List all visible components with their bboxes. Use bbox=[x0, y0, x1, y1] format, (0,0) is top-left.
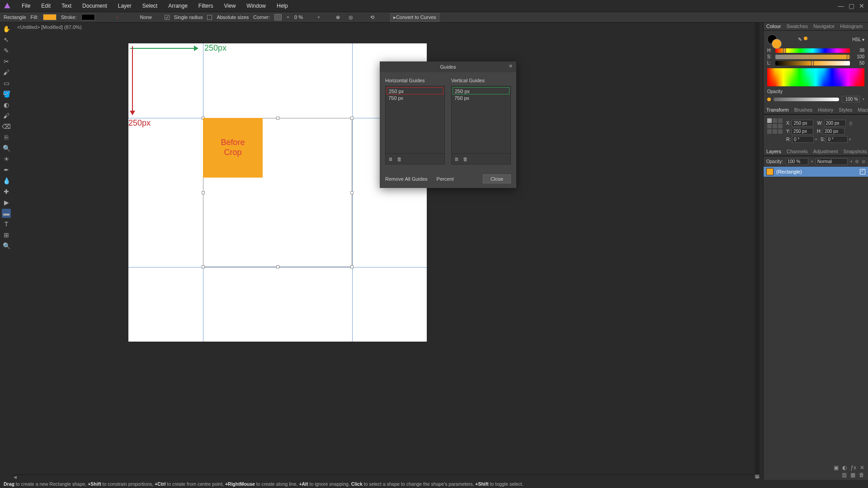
layer-settings-icon[interactable]: ⚙ bbox=[855, 159, 859, 164]
zoom-tool-icon[interactable]: 🔍 bbox=[2, 144, 11, 153]
panel-icon[interactable]: 🗑 bbox=[859, 472, 864, 478]
luminosity-value[interactable]: 50 bbox=[853, 61, 864, 66]
fill-colour-well[interactable] bbox=[772, 39, 782, 49]
tab-layers[interactable]: Layers bbox=[764, 148, 784, 155]
clone-tool-icon[interactable]: ⎘ bbox=[2, 133, 11, 142]
saturation-slider[interactable] bbox=[775, 55, 850, 59]
menu-view[interactable]: View bbox=[219, 1, 241, 11]
menu-window[interactable]: Window bbox=[241, 1, 271, 11]
canvas-vertical-scrollbar[interactable] bbox=[755, 23, 760, 474]
delete-guide-icon[interactable]: 🗑 bbox=[463, 156, 468, 162]
panel-icon[interactable]: ✕ bbox=[860, 465, 864, 471]
tab-styles[interactable]: Styles bbox=[836, 106, 855, 114]
s-input[interactable]: 0 ° bbox=[826, 136, 848, 143]
crop-tool-icon[interactable]: ✂ bbox=[2, 57, 11, 66]
recent-colour-icon[interactable] bbox=[804, 37, 807, 40]
align-icon-1[interactable]: ⊕ bbox=[334, 13, 342, 21]
layer-name[interactable]: (Rectangle) bbox=[776, 169, 802, 174]
absolute-sizes-checkbox[interactable] bbox=[207, 15, 212, 20]
menu-edit[interactable]: Edit bbox=[36, 1, 56, 11]
anchor-point-grid[interactable] bbox=[767, 118, 783, 134]
add-guide-icon[interactable]: 🗎 bbox=[388, 156, 393, 162]
move-tool-icon[interactable]: ↖ bbox=[2, 35, 11, 44]
tab-navigator[interactable]: Navigator bbox=[811, 23, 837, 30]
colour-picker-tool-icon[interactable]: ✎ bbox=[2, 46, 11, 55]
window-maximize-icon[interactable]: ▢ bbox=[849, 2, 854, 9]
layer-item[interactable]: (Rectangle) bbox=[764, 167, 868, 177]
single-radius-checkbox[interactable] bbox=[165, 15, 170, 20]
selection-handle[interactable] bbox=[202, 191, 205, 194]
saturation-value[interactable]: 100 bbox=[853, 54, 864, 59]
tab-snapshots[interactable]: Snapshots bbox=[841, 148, 868, 155]
remove-all-guides-button[interactable]: Remove All Guides bbox=[385, 176, 428, 182]
guide-list-item[interactable]: 250 px bbox=[387, 87, 443, 94]
r-input[interactable]: 0 ° bbox=[792, 136, 814, 143]
selection-handle[interactable] bbox=[350, 117, 354, 120]
selection-handle[interactable] bbox=[202, 265, 205, 268]
blur-tool-icon[interactable]: 💧 bbox=[2, 176, 11, 185]
opacity-value[interactable]: 100 % bbox=[842, 96, 860, 103]
align-icon-2[interactable]: ◎ bbox=[347, 13, 355, 21]
selection-brush-tool-icon[interactable]: 🖌 bbox=[2, 68, 11, 77]
flood-fill-tool-icon[interactable]: 🪣 bbox=[2, 89, 11, 99]
selection-handle[interactable] bbox=[276, 117, 279, 120]
panel-icon[interactable]: ƒx bbox=[850, 465, 856, 471]
vector-tool-icon[interactable]: ▶ bbox=[2, 198, 11, 207]
stroke-swatch[interactable] bbox=[81, 14, 95, 20]
selection-handle[interactable] bbox=[276, 265, 279, 268]
dodge-tool-icon[interactable]: ☀ bbox=[2, 155, 11, 164]
pen-tool-icon[interactable]: ✒ bbox=[2, 165, 11, 174]
hand-tool-icon[interactable]: ✋ bbox=[2, 24, 11, 33]
hue-slider[interactable] bbox=[775, 48, 850, 53]
transform-icon[interactable]: ⟲ bbox=[368, 13, 377, 21]
tab-history[interactable]: History bbox=[815, 106, 836, 114]
delete-guide-icon[interactable]: 🗑 bbox=[397, 156, 402, 162]
tab-histogram[interactable]: Histogram bbox=[837, 23, 865, 30]
guide-list-item[interactable]: 250 px bbox=[453, 87, 509, 94]
x-input[interactable]: 250 px bbox=[792, 120, 813, 127]
layer-opacity-input[interactable]: 100 % bbox=[786, 158, 808, 165]
menu-text[interactable]: Text bbox=[56, 1, 77, 11]
add-guide-icon[interactable]: 🗎 bbox=[454, 156, 459, 162]
rectangle-tool-icon[interactable]: ▬ bbox=[2, 209, 11, 218]
tab-swatches[interactable]: Swatches bbox=[783, 23, 811, 30]
canvas-horizontal-scrollbar[interactable]: ◀ ▶ bbox=[13, 474, 760, 480]
scroll-left-icon[interactable]: ◀ bbox=[14, 475, 17, 479]
dialog-titlebar[interactable]: Guides ✕ bbox=[380, 61, 516, 72]
opacity-slider[interactable] bbox=[774, 98, 839, 101]
blend-mode-dropdown[interactable]: Normal bbox=[816, 158, 848, 165]
panel-icon[interactable]: ▣ bbox=[834, 465, 839, 471]
erase-tool-icon[interactable]: ⌫ bbox=[2, 122, 11, 131]
lock-aspect-icon[interactable]: ⎘ bbox=[849, 121, 853, 126]
menu-select[interactable]: Select bbox=[137, 1, 163, 11]
luminosity-slider[interactable] bbox=[775, 61, 850, 66]
guide-list-item[interactable]: 750 px bbox=[453, 94, 509, 102]
mesh-tool-icon[interactable]: ⊞ bbox=[2, 230, 11, 239]
tab-info[interactable]: Info bbox=[865, 23, 868, 30]
guides-dialog[interactable]: Guides ✕ Horizontal Guides 250 px 750 px… bbox=[380, 61, 516, 188]
panel-icon[interactable]: ▦ bbox=[850, 472, 855, 478]
colour-picker-area[interactable] bbox=[767, 68, 864, 86]
selection-handle[interactable] bbox=[350, 191, 354, 194]
menu-layer[interactable]: Layer bbox=[113, 1, 137, 11]
window-close-icon[interactable]: ✕ bbox=[859, 2, 864, 9]
menu-file[interactable]: File bbox=[16, 1, 36, 11]
tab-macro[interactable]: Macro bbox=[855, 106, 868, 114]
menu-filters[interactable]: Filters bbox=[193, 1, 219, 11]
guide-list-item[interactable]: 750 px bbox=[387, 94, 443, 102]
corner-type-dropdown[interactable] bbox=[274, 14, 282, 20]
gradient-tool-icon[interactable]: ◐ bbox=[2, 100, 11, 109]
y-input[interactable]: 250 px bbox=[792, 128, 813, 135]
horizontal-guides-list[interactable]: 250 px 750 px bbox=[385, 86, 445, 154]
layer-visibility-checkbox[interactable] bbox=[860, 169, 865, 174]
h-input[interactable]: 200 px bbox=[823, 128, 844, 135]
w-input[interactable]: 200 px bbox=[824, 120, 846, 127]
healing-tool-icon[interactable]: ✚ bbox=[2, 187, 11, 196]
document-tab[interactable]: <Untitled> [Modified] (87.0%) bbox=[14, 23, 85, 31]
convert-to-curves-button[interactable]: ▸Convert to Curves bbox=[390, 13, 439, 22]
text-tool-icon[interactable]: T bbox=[2, 220, 11, 229]
layer-lock-icon[interactable]: ⊘ bbox=[862, 159, 865, 164]
selection-handle[interactable] bbox=[350, 265, 354, 268]
dialog-close-icon[interactable]: ✕ bbox=[509, 63, 513, 69]
view-tool-icon[interactable]: 🔍 bbox=[2, 241, 11, 250]
